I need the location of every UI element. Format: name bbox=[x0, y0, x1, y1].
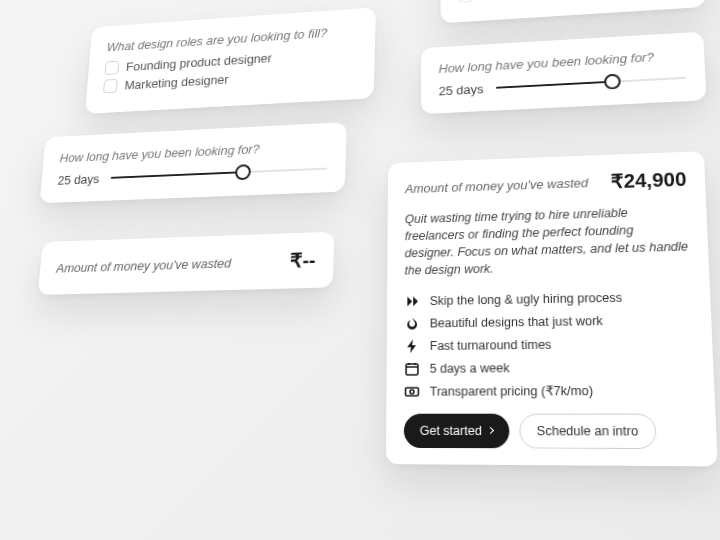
role-option[interactable]: Marketing designer bbox=[458, 0, 686, 3]
slider-fill bbox=[110, 171, 243, 179]
benefit-row: Fast turnaround times bbox=[404, 335, 693, 354]
role-option-label: Marketing designer bbox=[124, 72, 229, 92]
wasted-label: Amount of money you've wasted bbox=[56, 255, 232, 275]
wasted-label: Amount of money you've wasted bbox=[405, 175, 588, 195]
wasted-card-left: Amount of money you've wasted ₹-- bbox=[38, 232, 335, 295]
schedule-intro-label: Schedule an intro bbox=[537, 423, 639, 438]
checkbox-icon[interactable] bbox=[105, 61, 120, 76]
roles-card-left: What design roles are you looking to fil… bbox=[85, 7, 376, 114]
wasted-value: ₹-- bbox=[289, 248, 316, 273]
duration-value: 25 days bbox=[439, 81, 484, 97]
get-started-button[interactable]: Get started bbox=[404, 413, 510, 448]
benefit-label: Fast turnaround times bbox=[430, 337, 552, 352]
bolt-icon bbox=[404, 338, 420, 354]
benefit-label: Transparent pricing (₹7k/mo) bbox=[430, 383, 593, 399]
wasted-value: ₹24,900 bbox=[610, 167, 687, 193]
benefit-row: Skip the long & ugly hiring process bbox=[404, 288, 691, 309]
duration-slider[interactable] bbox=[495, 70, 686, 95]
results-card: Amount of money you've wasted ₹24,900 Qu… bbox=[386, 151, 718, 466]
roles-card-right-peek: Marketing designer bbox=[441, 0, 706, 23]
pitch-text: Quit wasting time trying to hire unrelia… bbox=[405, 202, 691, 280]
duration-card-right: How long have you been looking for? 25 d… bbox=[421, 32, 706, 114]
svg-rect-0 bbox=[406, 363, 418, 374]
chevron-right-icon bbox=[487, 427, 494, 434]
schedule-intro-button[interactable]: Schedule an intro bbox=[519, 413, 657, 449]
get-started-label: Get started bbox=[420, 423, 482, 437]
duration-card-left: How long have you been looking for? 25 d… bbox=[40, 122, 347, 203]
role-option-label: Marketing designer bbox=[481, 0, 592, 1]
benefit-row: 5 days a week bbox=[404, 358, 694, 376]
benefit-label: Skip the long & ugly hiring process bbox=[430, 290, 623, 307]
benefit-label: 5 days a week bbox=[430, 361, 510, 376]
calendar-icon bbox=[404, 360, 420, 376]
slider-thumb[interactable] bbox=[604, 74, 621, 90]
checkbox-icon[interactable] bbox=[458, 0, 473, 3]
svg-rect-1 bbox=[406, 387, 419, 395]
money-icon bbox=[404, 383, 420, 399]
slider-fill bbox=[495, 81, 612, 89]
benefit-row: Transparent pricing (₹7k/mo) bbox=[404, 382, 695, 399]
skip-icon bbox=[404, 293, 420, 309]
flame-icon bbox=[404, 315, 420, 331]
duration-slider[interactable] bbox=[110, 161, 328, 186]
slider-thumb[interactable] bbox=[235, 164, 251, 180]
duration-question: How long have you been looking for? bbox=[59, 138, 328, 165]
duration-value: 25 days bbox=[57, 171, 100, 187]
benefit-label: Beautiful designs that just work bbox=[430, 314, 603, 330]
checkbox-icon[interactable] bbox=[103, 79, 118, 94]
benefit-row: Beautiful designs that just work bbox=[404, 311, 692, 331]
svg-point-2 bbox=[410, 389, 414, 393]
